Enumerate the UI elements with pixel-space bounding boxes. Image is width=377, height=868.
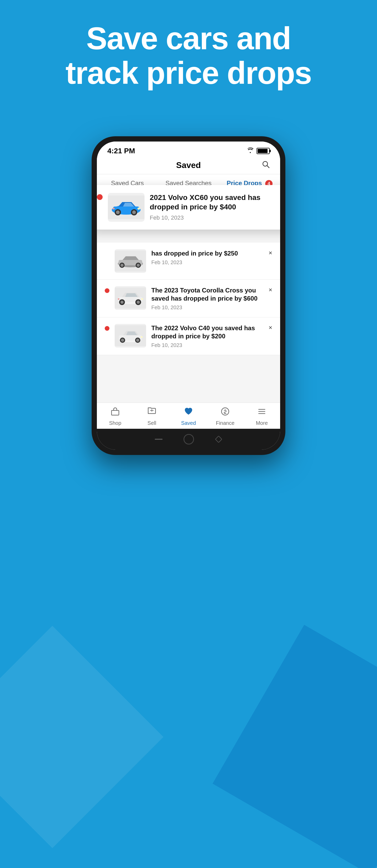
item-unread-dot-2 [105,288,109,293]
more-icon [257,407,267,418]
price-drop-item-3: The 2022 Volvo C40 you saved has dropped… [97,317,280,355]
item-text-2: The 2023 Toyota Corolla Cross you saved … [151,286,263,311]
svg-point-33 [136,339,139,342]
content-spacer [97,355,280,371]
item-date-3: Feb 10, 2023 [151,342,263,348]
svg-point-31 [121,339,124,342]
svg-point-26 [118,298,119,300]
status-time: 4:21 PM [107,147,135,155]
nav-item-saved[interactable]: Saved [170,407,207,426]
notification-title: 2021 Volvo XC60 you saved has dropped in… [150,193,280,212]
svg-point-24 [137,301,140,304]
android-home-icon[interactable] [183,434,194,444]
notification-unread-dot [97,194,103,200]
phone-frame: 4:21 PM Saved [92,136,285,455]
phone-screen: 4:21 PM Saved [97,142,280,450]
svg-point-9 [137,208,140,210]
nav-label-more: More [256,420,268,426]
item-close-button-1[interactable]: × [269,249,272,256]
nav-item-finance[interactable]: Finance [207,407,243,426]
item-close-button-2[interactable]: × [269,286,272,293]
item-date-1: Feb 10, 2023 [151,259,263,266]
search-button[interactable] [262,160,270,170]
item-unread-dot-3 [105,326,109,331]
app-header: Saved [97,158,280,174]
android-back-icon[interactable] [215,436,222,443]
svg-point-6 [116,211,119,214]
item-title-3: The 2022 Volvo C40 you saved has dropped… [151,324,263,340]
nav-item-sell[interactable]: Sell [134,407,170,426]
svg-point-8 [132,211,136,214]
price-drop-item-2: The 2023 Toyota Corolla Cross you saved … [97,280,280,317]
item-car-image-3 [115,324,146,347]
svg-line-1 [267,166,269,168]
svg-point-15 [121,264,124,267]
nav-label-saved: Saved [181,420,196,426]
item-date-2: Feb 10, 2023 [151,305,263,311]
notification-date: Feb 10, 2023 [150,214,280,221]
svg-point-17 [137,264,140,267]
svg-point-34 [141,336,143,338]
status-bar: 4:21 PM [97,142,280,158]
status-icons [247,147,270,155]
shop-icon [110,407,120,418]
svg-rect-35 [111,410,119,415]
bottom-nav: Shop Sell [97,403,280,429]
item-title-1: has dropped in price by $250 [151,249,263,257]
svg-point-36 [221,408,229,415]
item-unread-placeholder [105,251,109,256]
item-title-2: The 2023 Toyota Corolla Cross you saved … [151,286,263,303]
hero-title: Save cars and track price drops [21,21,356,90]
sell-icon [147,407,157,418]
nav-label-finance: Finance [216,420,234,426]
item-car-image-2 [115,286,146,310]
item-text-1: has dropped in price by $250 Feb 10, 202… [151,249,263,266]
notification-car-image [108,193,144,222]
nav-item-shop[interactable]: Shop [97,407,134,426]
battery-icon [256,148,270,154]
phone-container: 4:21 PM Saved [92,136,285,455]
app-title: Saved [176,160,201,170]
notification-text: 2021 Volvo XC60 you saved has dropped in… [150,193,280,221]
item-close-button-3[interactable]: × [269,324,272,331]
saved-icon [184,407,193,418]
nav-label-shop: Shop [109,420,122,426]
svg-point-25 [141,298,143,300]
nav-label-sell: Sell [147,420,156,426]
notification-card: 2021 Volvo XC60 you saved has dropped in… [97,185,280,229]
svg-point-10 [112,208,115,209]
item-text-3: The 2022 Volvo C40 you saved has dropped… [151,324,263,348]
finance-icon [220,407,230,418]
hero-section: Save cars and track price drops [0,21,377,90]
app-content: 2021 Volvo XC60 you saved has dropped in… [97,193,280,403]
nav-item-more[interactable]: More [243,407,280,426]
svg-point-22 [121,301,124,304]
item-car-image-1 [115,249,146,273]
android-nav-bar [97,429,280,450]
android-recents-icon[interactable] [155,439,163,440]
price-drop-item-1: has dropped in price by $250 Feb 10, 202… [97,243,280,280]
wifi-icon [247,147,254,155]
